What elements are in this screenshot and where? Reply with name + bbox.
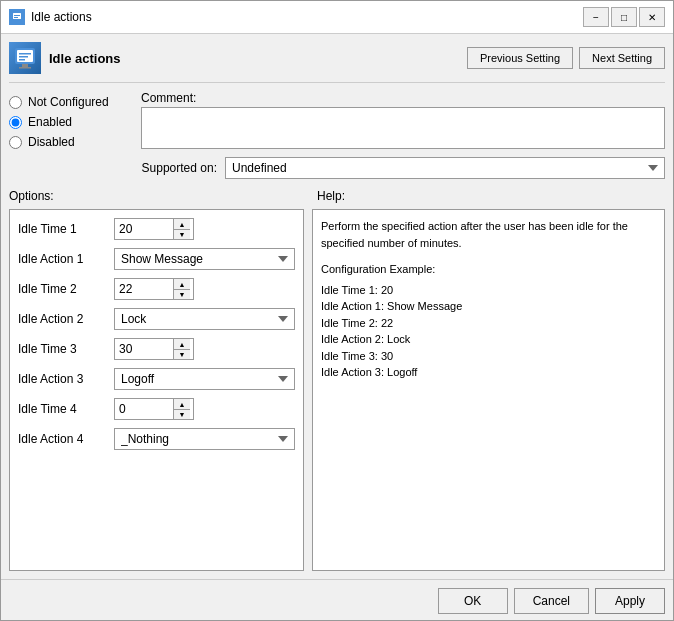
supported-row: Supported on: Undefined — [137, 157, 665, 179]
main-window: Idle actions − □ ✕ — [0, 0, 674, 621]
help-line-3: Idle Time 2: 22 — [321, 315, 656, 332]
supported-label: Supported on: — [137, 161, 217, 175]
idle-action-row-2: Idle Action 2 Show Message Lock Logoff _… — [18, 308, 295, 330]
idle-action-1-wrapper: Show Message Lock Logoff _Nothing — [114, 248, 295, 270]
enabled-label: Enabled — [28, 115, 72, 129]
help-line-6: Idle Action 3: Logoff — [321, 364, 656, 381]
idle-action-row-3: Idle Action 3 Show Message Lock Logoff _… — [18, 368, 295, 390]
title-bar: Idle actions − □ ✕ — [1, 1, 673, 34]
idle-time-3-spin: ▲ ▼ — [173, 339, 190, 359]
svg-rect-10 — [19, 67, 31, 69]
not-configured-label: Not Configured — [28, 95, 109, 109]
idle-action-2-wrapper: Show Message Lock Logoff _Nothing — [114, 308, 295, 330]
window-controls: − □ ✕ — [583, 7, 665, 27]
comment-label: Comment: — [141, 91, 665, 105]
svg-rect-7 — [19, 56, 28, 58]
idle-time-4-input[interactable] — [115, 400, 173, 418]
idle-action-4-select[interactable]: Show Message Lock Logoff _Nothing — [114, 428, 295, 450]
not-configured-radio[interactable] — [9, 96, 22, 109]
idle-time-1-down[interactable]: ▼ — [174, 229, 190, 239]
svg-rect-3 — [14, 17, 18, 18]
idle-action-3-label: Idle Action 3 — [18, 372, 108, 386]
idle-time-2-label: Idle Time 2 — [18, 282, 108, 296]
idle-time-4-spin: ▲ ▼ — [173, 399, 190, 419]
supported-select[interactable]: Undefined — [225, 157, 665, 179]
idle-action-2-select[interactable]: Show Message Lock Logoff _Nothing — [114, 308, 295, 330]
minimize-button[interactable]: − — [583, 7, 609, 27]
window-title: Idle actions — [31, 10, 583, 24]
svg-rect-9 — [22, 64, 28, 67]
idle-time-3-down[interactable]: ▼ — [174, 349, 190, 359]
enabled-option[interactable]: Enabled — [9, 115, 129, 129]
idle-time-4-label: Idle Time 4 — [18, 402, 108, 416]
help-line-2: Idle Action 1: Show Message — [321, 298, 656, 315]
idle-time-row-1: Idle Time 1 ▲ ▼ — [18, 218, 295, 240]
header-nav-buttons: Previous Setting Next Setting — [467, 47, 665, 69]
idle-time-1-input-wrapper: ▲ ▼ — [114, 218, 194, 240]
idle-time-2-down[interactable]: ▼ — [174, 289, 190, 299]
idle-time-1-label: Idle Time 1 — [18, 222, 108, 236]
window-icon — [9, 9, 25, 25]
previous-setting-button[interactable]: Previous Setting — [467, 47, 573, 69]
svg-rect-8 — [19, 59, 25, 61]
idle-time-2-spin: ▲ ▼ — [173, 279, 190, 299]
idle-action-4-wrapper: Show Message Lock Logoff _Nothing — [114, 428, 295, 450]
help-example-label: Configuration Example: — [321, 261, 656, 278]
comment-area: Comment: — [141, 91, 665, 149]
idle-time-4-input-wrapper: ▲ ▼ — [114, 398, 194, 420]
idle-time-2-up[interactable]: ▲ — [174, 279, 190, 289]
options-help-labels: Options: Help: — [9, 187, 665, 205]
help-panel: Perform the specified action after the u… — [312, 209, 665, 571]
disabled-radio[interactable] — [9, 136, 22, 149]
idle-action-2-label: Idle Action 2 — [18, 312, 108, 326]
bottom-bar: OK Cancel Apply — [1, 579, 673, 620]
cancel-button[interactable]: Cancel — [514, 588, 589, 614]
disabled-label: Disabled — [28, 135, 75, 149]
idle-time-4-up[interactable]: ▲ — [174, 399, 190, 409]
help-label: Help: — [309, 187, 665, 205]
help-main-text: Perform the specified action after the u… — [321, 218, 656, 251]
close-button[interactable]: ✕ — [639, 7, 665, 27]
disabled-option[interactable]: Disabled — [9, 135, 129, 149]
header-title: Idle actions — [49, 51, 121, 66]
header-section: Idle actions Previous Setting Next Setti… — [9, 42, 665, 83]
idle-action-row-4: Idle Action 4 Show Message Lock Logoff _… — [18, 428, 295, 450]
help-line-5: Idle Time 3: 30 — [321, 348, 656, 365]
idle-time-2-input-wrapper: ▲ ▼ — [114, 278, 194, 300]
idle-time-row-3: Idle Time 3 ▲ ▼ — [18, 338, 295, 360]
not-configured-option[interactable]: Not Configured — [9, 95, 129, 109]
idle-time-3-input[interactable] — [115, 340, 173, 358]
idle-time-4-down[interactable]: ▼ — [174, 409, 190, 419]
svg-rect-6 — [19, 53, 31, 55]
options-label: Options: — [9, 187, 309, 205]
idle-time-3-label: Idle Time 3 — [18, 342, 108, 356]
options-panel: Idle Time 1 ▲ ▼ Idle Action 1 Show Messa… — [9, 209, 304, 571]
main-panels: Idle Time 1 ▲ ▼ Idle Action 1 Show Messa… — [9, 209, 665, 571]
comment-textarea[interactable] — [141, 107, 665, 149]
idle-action-4-label: Idle Action 4 — [18, 432, 108, 446]
idle-time-2-input[interactable] — [115, 280, 173, 298]
idle-time-3-input-wrapper: ▲ ▼ — [114, 338, 194, 360]
idle-time-1-up[interactable]: ▲ — [174, 219, 190, 229]
radio-group: Not Configured Enabled Disabled — [9, 91, 129, 149]
idle-time-3-up[interactable]: ▲ — [174, 339, 190, 349]
idle-action-1-label: Idle Action 1 — [18, 252, 108, 266]
idle-action-row-1: Idle Action 1 Show Message Lock Logoff _… — [18, 248, 295, 270]
idle-action-3-select[interactable]: Show Message Lock Logoff _Nothing — [114, 368, 295, 390]
ok-button[interactable]: OK — [438, 588, 508, 614]
policy-icon — [9, 42, 41, 74]
idle-time-1-spin: ▲ ▼ — [173, 219, 190, 239]
form-section: Not Configured Enabled Disabled Comment: — [9, 91, 665, 149]
content-area: Idle actions Previous Setting Next Setti… — [1, 34, 673, 579]
next-setting-button[interactable]: Next Setting — [579, 47, 665, 69]
header-left: Idle actions — [9, 42, 121, 74]
apply-button[interactable]: Apply — [595, 588, 665, 614]
help-example-lines: Idle Time 1: 20 Idle Action 1: Show Mess… — [321, 282, 656, 381]
enabled-radio[interactable] — [9, 116, 22, 129]
idle-action-3-wrapper: Show Message Lock Logoff _Nothing — [114, 368, 295, 390]
help-line-1: Idle Time 1: 20 — [321, 282, 656, 299]
idle-time-1-input[interactable] — [115, 220, 173, 238]
idle-action-1-select[interactable]: Show Message Lock Logoff _Nothing — [114, 248, 295, 270]
maximize-button[interactable]: □ — [611, 7, 637, 27]
idle-time-row-2: Idle Time 2 ▲ ▼ — [18, 278, 295, 300]
